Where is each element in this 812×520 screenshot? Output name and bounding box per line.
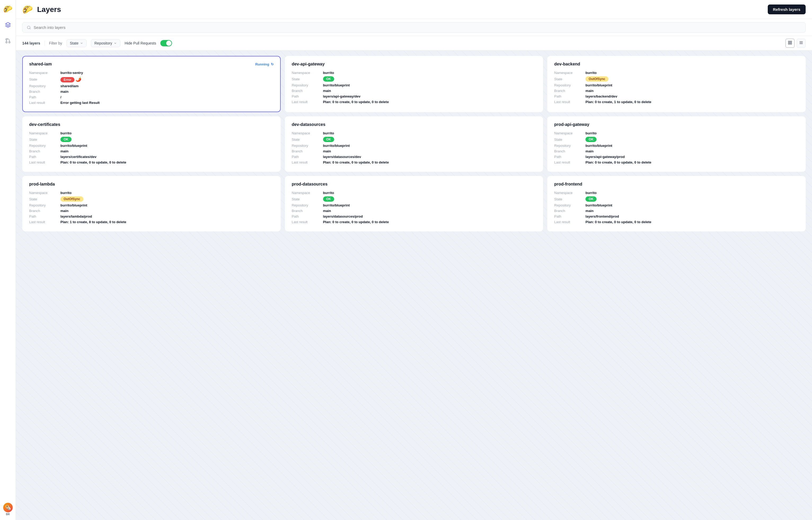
card-row-path: Path layers/datasources/prod — [292, 214, 536, 218]
card-header: dev-certificates — [29, 122, 274, 127]
card-row-repository: Repository burrito/blueprint — [554, 203, 799, 207]
repository-filter-dropdown[interactable]: Repository — [91, 39, 120, 47]
state-value: OK — [60, 137, 274, 142]
state-label: State — [292, 77, 321, 81]
filter-by-label: Filter by — [49, 41, 62, 45]
last-result-label: Last result — [292, 220, 321, 224]
branch-label: Branch — [292, 89, 321, 93]
repository-value: burrito/blueprint — [323, 144, 536, 148]
repository-value: burrito/blueprint — [585, 144, 799, 148]
search-input-wrap — [22, 22, 806, 33]
card-row-last-result: Last result Plan: 0 to create, 0 to upda… — [554, 220, 799, 224]
state-label: State — [29, 197, 58, 201]
namespace-value: burrito — [585, 71, 799, 75]
namespace-label: Namespace — [554, 191, 583, 195]
card-row-branch: Branch main — [292, 209, 536, 213]
card-row-last-result: Last result Plan: 1 to create, 8 to upda… — [29, 220, 274, 224]
branch-value: main — [323, 89, 536, 93]
main-content: 🌮 Layers Refresh layers 144 layers Filte… — [16, 0, 812, 520]
path-label: Path — [292, 155, 321, 159]
state-filter-dropdown[interactable]: State — [67, 39, 87, 47]
namespace-value: burrito — [60, 191, 274, 195]
card-name: prod-frontend — [554, 182, 582, 187]
path-label: Path — [554, 94, 583, 98]
list-view-button[interactable] — [796, 39, 806, 48]
layer-card[interactable]: dev-api-gateway Namespace burrito State … — [285, 56, 543, 112]
card-row-state: State OutOfSync — [554, 76, 799, 82]
branch-value: main — [60, 89, 274, 94]
card-header: shared-iam Running ↻ — [29, 62, 274, 67]
card-running-status: Running ↻ — [255, 62, 274, 66]
avatar-label: BR — [6, 513, 9, 516]
search-input[interactable] — [34, 25, 801, 30]
grid-area: shared-iam Running ↻ Namespace burrito-s… — [16, 51, 812, 520]
card-row-state: State Error🌶️ — [29, 76, 274, 82]
card-header: prod-lambda — [29, 182, 274, 187]
card-row-repository: Repository burrito/blueprint — [29, 144, 274, 148]
filter-divider — [45, 41, 45, 46]
status-badge: OK — [323, 76, 334, 82]
repository-label: Repository — [554, 144, 583, 148]
git-nav-icon[interactable] — [3, 36, 13, 46]
last-result-label: Last result — [554, 220, 583, 224]
path-label: Path — [29, 155, 58, 159]
chevron-down-icon — [80, 42, 83, 45]
layer-card[interactable]: dev-datasources Namespace burrito State … — [285, 116, 543, 172]
state-value: OK — [585, 137, 799, 142]
grid-view-button[interactable] — [786, 39, 794, 48]
namespace-label: Namespace — [29, 71, 58, 75]
last-result-label: Last result — [554, 100, 583, 104]
layer-card[interactable]: prod-lambda Namespace burrito State OutO… — [22, 176, 281, 231]
layer-card[interactable]: prod-datasources Namespace burrito State… — [285, 176, 543, 231]
namespace-label: Namespace — [554, 71, 583, 75]
card-row-state: State OK — [292, 197, 536, 202]
list-icon — [799, 41, 803, 45]
card-row-path: Path / — [29, 95, 274, 99]
card-row-repository: Repository burrito/blueprint — [29, 203, 274, 207]
branch-value: main — [323, 209, 536, 213]
pepper-icon: 🌶️ — [76, 77, 81, 82]
refresh-layers-button[interactable]: Refresh layers — [768, 4, 806, 14]
layer-card[interactable]: prod-frontend Namespace burrito State OK… — [547, 176, 806, 231]
state-value: OutOfSync — [585, 76, 799, 82]
branch-value: main — [585, 149, 799, 153]
hide-pr-toggle[interactable] — [160, 40, 172, 46]
header-logo: 🌮 — [22, 4, 33, 15]
namespace-value: burrito — [60, 131, 274, 135]
status-badge: OK — [60, 137, 72, 142]
last-result-value: Plan: 0 to create, 0 to update, 0 to del… — [323, 160, 536, 164]
user-avatar[interactable]: 🌯 BR — [3, 503, 13, 516]
state-label: State — [29, 137, 58, 141]
last-result-label: Last result — [29, 160, 58, 164]
card-row-namespace: Namespace burrito — [554, 71, 799, 75]
card-row-last-result: Last result Plan: 0 to create, 0 to upda… — [292, 100, 536, 104]
repository-value: burrito/blueprint — [323, 83, 536, 87]
repository-value: burrito/blueprint — [60, 203, 274, 207]
state-value: Error🌶️ — [60, 76, 274, 82]
path-label: Path — [29, 214, 58, 218]
card-row-namespace: Namespace burrito — [292, 191, 536, 195]
card-header: prod-datasources — [292, 182, 536, 187]
namespace-label: Namespace — [554, 131, 583, 135]
last-result-label: Last result — [292, 100, 321, 104]
layer-card[interactable]: shared-iam Running ↻ Namespace burrito-s… — [22, 56, 281, 112]
card-row-path: Path layers/certificates/dev — [29, 155, 274, 159]
card-row-branch: Branch main — [554, 149, 799, 153]
namespace-label: Namespace — [292, 131, 321, 135]
namespace-value: burrito — [585, 191, 799, 195]
grid-icon — [788, 41, 792, 45]
card-row-branch: Branch main — [29, 149, 274, 153]
card-row-branch: Branch main — [554, 209, 799, 213]
layer-card[interactable]: prod-api-gateway Namespace burrito State… — [547, 116, 806, 172]
layers-nav-icon[interactable] — [3, 20, 13, 30]
card-name: dev-certificates — [29, 122, 60, 127]
header-left: 🌮 Layers — [22, 4, 61, 15]
layer-card[interactable]: dev-certificates Namespace burrito State… — [22, 116, 281, 172]
repository-value: burrito/blueprint — [323, 203, 536, 207]
layer-card[interactable]: dev-backend Namespace burrito State OutO… — [547, 56, 806, 112]
path-value: layers/api-gateway/dev — [323, 94, 536, 98]
card-row-namespace: Namespace burrito — [554, 191, 799, 195]
last-result-label: Last result — [29, 101, 58, 105]
status-badge: OutOfSync — [585, 76, 608, 82]
branch-label: Branch — [29, 149, 58, 153]
